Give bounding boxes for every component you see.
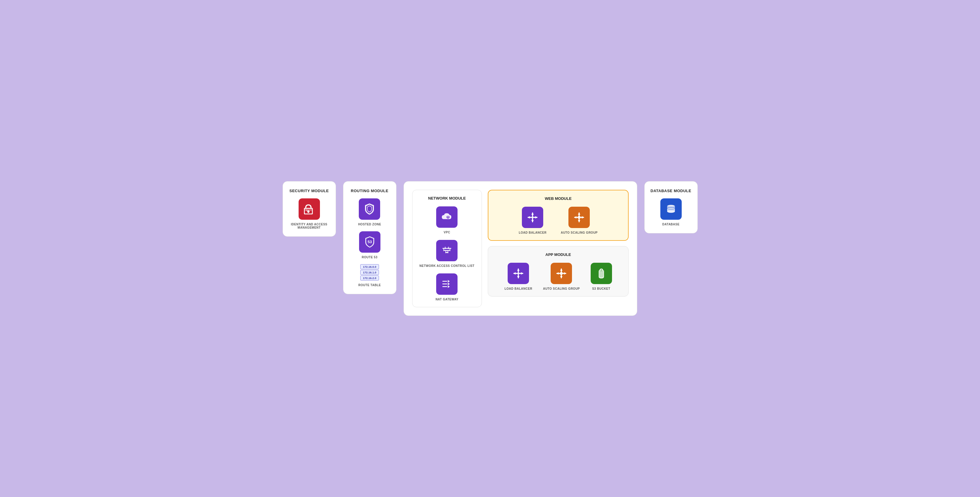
web-asg-item: AUTO SCALING GROUP: [561, 207, 598, 234]
route53-icon-box: 53: [359, 231, 380, 253]
svg-rect-6: [306, 210, 308, 211]
security-module: SECURITY MODULE IDENTITY AND ACCESS MA: [283, 181, 336, 237]
svg-marker-21: [448, 280, 450, 283]
nat-icon: [440, 277, 454, 291]
svg-point-10: [448, 217, 449, 218]
network-module: NETWORK MODULE: [412, 190, 482, 307]
iam-icon-box: [299, 198, 320, 220]
svg-point-53: [599, 270, 604, 272]
svg-marker-47: [560, 268, 563, 271]
svg-marker-34: [578, 212, 580, 215]
database-module-title: DATABASE MODULE: [651, 189, 692, 193]
svg-marker-36: [574, 216, 576, 218]
vpc-item: VPC: [436, 206, 458, 234]
database-label: DATABASE: [662, 223, 679, 226]
svg-rect-5: [306, 210, 307, 210]
iam-item: IDENTITY AND ACCESS MANAGEMENT: [289, 198, 330, 229]
hosted-zone-item: HOSTED ZONE: [358, 198, 381, 226]
nacl-item: NETWORK ACCESS CONTROL LIST: [420, 240, 475, 268]
svg-marker-28: [531, 212, 534, 215]
route-addresses: 172.16.0.0 172.16.1.0 172.16.2.0: [360, 264, 379, 280]
svg-rect-15: [448, 247, 449, 249]
svg-rect-24: [442, 286, 447, 287]
svg-marker-48: [560, 276, 563, 279]
web-lb-label: LOAD BALANCER: [519, 231, 546, 234]
svg-marker-23: [448, 283, 450, 285]
routing-module: ROUTING MODULE HOSTED ZONE: [343, 181, 396, 294]
database-module: DATABASE MODULE DATABASE: [644, 181, 698, 233]
web-lb-item: LOAD BALANCER: [519, 207, 546, 234]
routing-module-title: ROUTING MODULE: [351, 189, 388, 193]
web-icons-row: LOAD BALANCER: [497, 207, 620, 234]
svg-rect-16: [443, 249, 444, 251]
svg-marker-43: [513, 272, 515, 275]
s3-icon-box: [591, 263, 612, 284]
nacl-icon-box: [436, 240, 458, 261]
route-table-item: 172.16.0.0 172.16.1.0 172.16.2.0 ROUTE T…: [358, 264, 381, 287]
svg-marker-29: [531, 220, 534, 222]
svg-marker-41: [517, 268, 520, 271]
app-lb-item: LOAD BALANCER: [504, 263, 532, 290]
route-table-label: ROUTE TABLE: [358, 284, 381, 287]
web-lb-icon-box: [522, 207, 543, 228]
app-lb-icon-box: [508, 263, 529, 284]
nacl-label: NETWORK ACCESS CONTROL LIST: [420, 264, 475, 268]
svg-rect-12: [444, 250, 450, 251]
hosted-zone-icon-box: [359, 198, 380, 220]
vpc-icon-box: [436, 206, 458, 228]
main-canvas: SECURITY MODULE IDENTITY AND ACCESS MA: [283, 181, 698, 316]
svg-marker-42: [517, 276, 520, 279]
vpc-icon: [440, 210, 454, 224]
s3-icon: [595, 267, 608, 280]
app-icons-row: LOAD BALANCER: [496, 263, 620, 290]
svg-marker-30: [528, 216, 530, 218]
web-module: WEB MODULE: [488, 190, 628, 241]
route53-label: ROUTE 53: [362, 256, 377, 259]
database-icon: [664, 202, 678, 216]
load-balancer-icon: [526, 210, 539, 224]
svg-marker-31: [535, 216, 538, 218]
app-asg-icon-box: [550, 263, 572, 284]
nat-item: NAT GATEWAY: [436, 273, 458, 301]
web-asg-icon-box: [568, 207, 590, 228]
route53-item: 53 ROUTE 53: [359, 231, 380, 259]
nat-icon-box: [436, 273, 458, 295]
svg-rect-4: [308, 212, 309, 213]
svg-text:53: 53: [368, 240, 372, 244]
svg-marker-37: [582, 216, 584, 218]
svg-rect-19: [447, 251, 448, 253]
database-item: DATABASE: [660, 198, 682, 226]
app-asg-label: AUTO SCALING GROUP: [543, 287, 580, 290]
right-modules: WEB MODULE: [488, 190, 628, 307]
svg-rect-14: [445, 247, 445, 249]
nat-label: NAT GATEWAY: [436, 298, 458, 301]
iam-label: IDENTITY AND ACCESS MANAGEMENT: [289, 223, 330, 229]
app-module: APP MODULE: [488, 246, 628, 296]
vpc-label: VPC: [444, 231, 450, 234]
svg-marker-25: [448, 285, 450, 288]
app-asg-item: AUTO SCALING GROUP: [543, 263, 580, 290]
svg-rect-22: [442, 284, 447, 284]
app-lb-label: LOAD BALANCER: [504, 287, 532, 290]
s3-item: S3 BUCKET: [591, 263, 612, 290]
svg-marker-44: [521, 272, 523, 275]
route-addr-3: 172.16.2.0: [360, 276, 379, 280]
shield-icon: [363, 202, 376, 216]
auto-scaling-icon: [572, 210, 586, 224]
network-module-title: NETWORK MODULE: [420, 196, 475, 201]
app-module-title: APP MODULE: [496, 252, 620, 257]
s3-label: S3 BUCKET: [592, 287, 610, 290]
iam-icon: [303, 202, 316, 216]
route53-icon: 53: [363, 235, 377, 249]
security-module-title: SECURITY MODULE: [290, 189, 329, 193]
app-lb-icon: [512, 267, 525, 280]
svg-rect-17: [450, 249, 450, 251]
hosted-zone-label: HOSTED ZONE: [358, 223, 381, 226]
route-addr-1: 172.16.0.0: [360, 264, 379, 269]
large-area: NETWORK MODULE: [404, 181, 637, 316]
network-icons: VPC: [420, 206, 475, 301]
svg-rect-11: [442, 248, 451, 249]
route-addr-2: 172.16.1.0: [360, 270, 379, 275]
database-icon-box: [660, 198, 682, 220]
svg-marker-35: [578, 220, 580, 222]
